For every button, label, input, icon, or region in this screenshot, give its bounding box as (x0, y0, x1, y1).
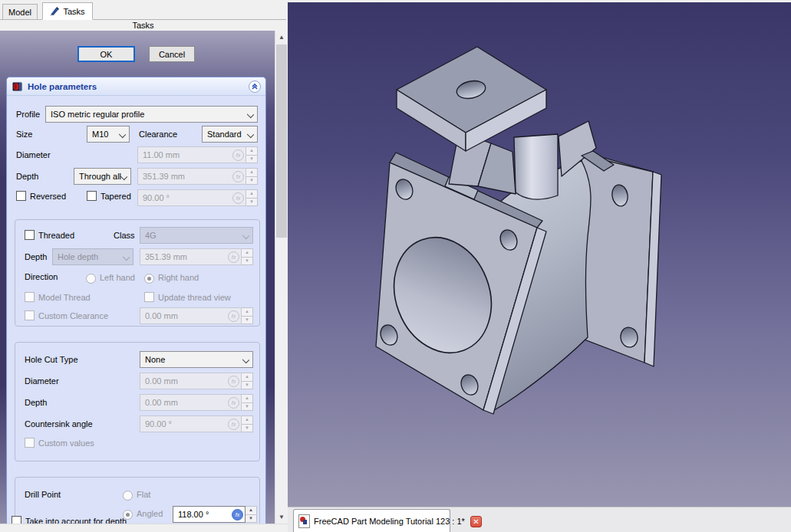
model-thread-checkbox (25, 292, 35, 302)
cancel-button-label: Cancel (159, 50, 185, 59)
3d-viewport[interactable] (288, 2, 791, 507)
profile-select[interactable]: ISO metric regular profile (45, 106, 258, 123)
update-thread-view-label: Update thread view (158, 293, 231, 302)
left-hand-radio (86, 274, 96, 284)
size-select[interactable]: M10 (87, 126, 130, 143)
ok-button[interactable]: OK (77, 46, 135, 62)
panel-vertical-scrollbar[interactable]: ▲ ▼ (275, 31, 288, 524)
custom-values-checkbox (25, 438, 35, 448)
profile-value: ISO metric regular profile (51, 110, 144, 119)
scroll-down-button[interactable]: ▼ (275, 511, 288, 524)
chevron-down-icon (247, 111, 254, 118)
model-geometry (376, 47, 661, 414)
tapered-label: Tapered (101, 192, 131, 201)
spin-buttons: ▲▼ (242, 394, 253, 411)
thread-depth-value: 351.39 mm (145, 252, 187, 261)
close-document-icon[interactable]: ✕ (470, 516, 482, 527)
cut-diameter-label: Diameter (25, 376, 59, 386)
custom-clearance-label: Custom Clearance (38, 311, 108, 320)
spin-buttons[interactable]: ▲▼ (246, 506, 257, 523)
threaded-label: Threaded (38, 231, 74, 240)
tab-model[interactable]: Model (2, 4, 38, 20)
class-value: 4G (145, 231, 157, 240)
class-label: Class (114, 231, 135, 240)
right-hand-radio (144, 274, 154, 284)
formula-icon: fx (232, 149, 244, 161)
tab-model-label: Model (8, 8, 31, 17)
depth-field: 351.39 mmfx ▲▼ (137, 168, 258, 185)
tab-tasks[interactable]: Tasks (42, 2, 93, 20)
freecad-document-icon (298, 514, 310, 528)
formula-icon: fx (228, 376, 239, 387)
take-into-account-checkbox[interactable] (12, 516, 21, 524)
left-hand-label: Left hand (100, 273, 135, 282)
cut-depth-value: 0.00 mm (145, 398, 178, 407)
drill-angle-field[interactable]: 118.00 °fx ▲▼ (173, 506, 257, 523)
custom-clearance-value: 0.00 mm (145, 311, 178, 320)
flat-label: Flat (137, 490, 150, 499)
depth-value: 351.39 mm (143, 172, 185, 181)
formula-icon[interactable]: fx (232, 509, 243, 521)
drill-point-label: Drill Point (25, 490, 61, 499)
chevron-down-icon (120, 173, 127, 180)
clearance-value: Standard (207, 130, 242, 139)
tapered-checkbox[interactable] (87, 191, 97, 201)
chevron-down-icon (242, 232, 249, 239)
top-plate (397, 47, 546, 151)
hole-cut-group: Hole Cut Type None Diameter 0.00 mmfx ▲▼… (15, 342, 260, 461)
spin-buttons: ▲▼ (246, 168, 258, 185)
pen-icon (50, 6, 60, 16)
cut-diameter-value: 0.00 mm (145, 376, 178, 386)
update-thread-view-checkbox (144, 292, 154, 302)
taper-angle-field: 90.00 °fx ▲▼ (137, 189, 258, 206)
scroll-up-button[interactable]: ▲ (275, 31, 288, 44)
spin-buttons: ▲▼ (246, 146, 258, 163)
spin-buttons: ▲▼ (246, 189, 258, 206)
countersink-angle-value: 90.00 ° (145, 419, 172, 429)
cancel-button[interactable]: Cancel (149, 46, 195, 62)
thread-depth-field: 351.39 mmfx ▲▼ (140, 248, 253, 265)
panel-horizontal-scrollbar[interactable] (0, 524, 288, 532)
right-hand-label: Right hand (158, 273, 199, 282)
spin-buttons: ▲▼ (242, 415, 253, 432)
scrollbar-thumb[interactable] (276, 44, 287, 238)
hole-cut-type-label: Hole Cut Type (25, 355, 78, 364)
document-tab-bar: FreeCAD Part Modeling Tutorial 123 : 1* … (288, 507, 791, 532)
threaded-group: Threaded Class 4G Depth Hole depth 351.3… (15, 219, 260, 327)
threaded-checkbox[interactable] (25, 230, 35, 240)
taper-angle-value: 90.00 ° (143, 193, 170, 202)
depth-mode-select[interactable]: Through all (74, 168, 131, 185)
angled-label: Angled (137, 509, 163, 518)
cut-depth-field: 0.00 mmfx ▲▼ (140, 394, 253, 411)
hole-feature-icon (12, 81, 23, 92)
formula-icon: fx (228, 419, 239, 430)
cut-diameter-field: 0.00 mmfx ▲▼ (140, 373, 253, 389)
reversed-label: Reversed (30, 192, 66, 201)
clearance-label: Clearance (139, 130, 177, 139)
collapse-section-button[interactable] (249, 80, 261, 93)
hole-cut-type-select[interactable]: None (140, 351, 253, 368)
depth-mode-value: Through all (79, 172, 121, 181)
cut-depth-label: Depth (25, 398, 47, 407)
hole-cut-type-value: None (145, 355, 165, 364)
custom-clearance-checkbox (25, 310, 35, 320)
countersink-angle-label: Countersink angle (25, 419, 93, 429)
profile-label: Profile (16, 110, 40, 119)
reversed-checkbox[interactable] (16, 191, 26, 201)
hole-parameters-header: Hole parameters (7, 77, 265, 96)
document-tab[interactable]: FreeCAD Part Modeling Tutorial 123 : 1* … (293, 509, 450, 532)
depth-label: Depth (16, 172, 38, 181)
tasks-panel: OK Cancel Hole parameters (0, 31, 275, 524)
formula-icon: fx (232, 192, 244, 204)
hole-parameters-title: Hole parameters (28, 82, 97, 91)
chevron-down-icon (119, 131, 126, 138)
take-into-account-label: Take into account for depth (25, 517, 127, 524)
diameter-value: 11.00 mm (143, 150, 180, 159)
flat-radio (123, 491, 133, 501)
clearance-select[interactable]: Standard (202, 126, 258, 143)
hole-parameters-section: Hole parameters Profile ISO metric regul… (6, 77, 266, 524)
document-tab-title: FreeCAD Part Modeling Tutorial 123 : 1* (314, 517, 465, 526)
chevron-double-up-icon (251, 83, 259, 90)
spin-buttons: ▲▼ (242, 307, 253, 324)
countersink-angle-field: 90.00 °fx ▲▼ (140, 415, 253, 432)
